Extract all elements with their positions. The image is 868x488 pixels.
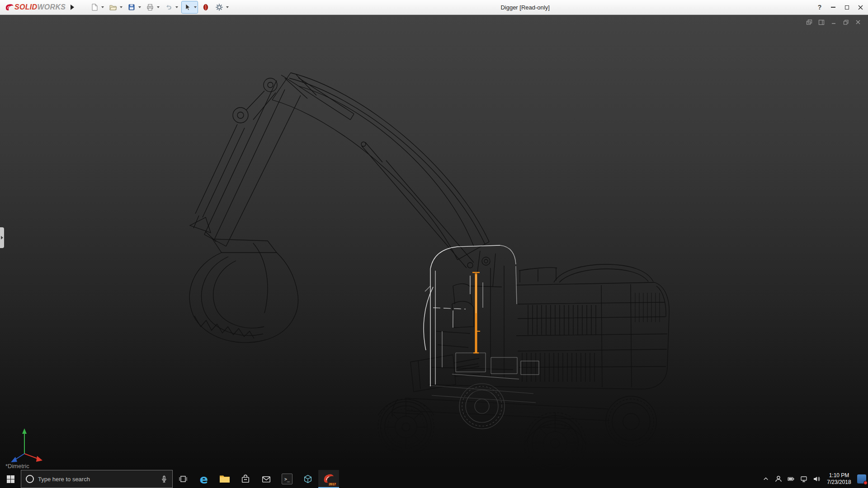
new-document-button[interactable] [89, 2, 100, 13]
close-button[interactable] [854, 0, 867, 14]
undercarriage[interactable] [378, 398, 609, 444]
taskbar-app-solidworks[interactable]: 2017 [318, 470, 339, 488]
help-button[interactable]: ? [813, 0, 826, 14]
wheel-rear-right[interactable] [606, 396, 656, 447]
appearances-button[interactable] [200, 2, 211, 13]
bucket[interactable] [189, 239, 298, 343]
menu-expand-arrow[interactable] [68, 2, 76, 13]
undo-dropdown[interactable] [174, 2, 179, 13]
restore-doc-button[interactable] [841, 18, 850, 26]
print-dropdown[interactable] [156, 2, 160, 13]
taskbar-app-store[interactable] [235, 470, 256, 488]
gear-icon [215, 3, 223, 11]
right-triangle-icon [71, 5, 74, 10]
options-dropdown[interactable] [225, 2, 230, 13]
tray-app-icon [857, 474, 866, 483]
wireframe-excavator-model[interactable] [0, 15, 868, 470]
store-icon [241, 474, 250, 484]
notification-badge [863, 481, 868, 485]
undo-button[interactable] [163, 2, 174, 13]
search-input[interactable] [38, 476, 156, 483]
options-button[interactable] [214, 2, 225, 13]
open-folder-icon [109, 3, 117, 11]
taskbar-clock[interactable]: 1:10 PM 7/23/2018 [823, 470, 855, 488]
graphics-viewport[interactable]: *Dimetric [0, 15, 868, 470]
wheel-front-left[interactable] [378, 399, 434, 455]
chevron-down-icon [138, 6, 141, 8]
solidworks-app-icon: 2017 [322, 472, 335, 486]
document-title: Digger [Read-only] [500, 4, 549, 11]
stick-arm[interactable] [190, 80, 301, 246]
quick-access-toolbar [89, 0, 230, 14]
upper-body[interactable] [410, 251, 669, 392]
minimize-doc-icon [831, 19, 836, 25]
cortana-icon [26, 475, 34, 483]
solidworks-window: SOLIDWORKS [0, 0, 868, 488]
toolbar-item-select [182, 1, 198, 13]
command-prompt-icon: >_ [282, 474, 292, 484]
solidworks-logo: SOLIDWORKS [0, 3, 68, 12]
appearance-icon [202, 3, 210, 11]
tray-user-icon[interactable] [772, 470, 785, 488]
minimize-button[interactable] [826, 0, 840, 14]
toolbar-item-open [108, 1, 123, 13]
taskbar-app-edge[interactable]: e [193, 470, 214, 488]
excavator-ghost-wireframe[interactable] [429, 384, 536, 429]
taskbar-app-file-explorer[interactable] [214, 470, 235, 488]
close-doc-icon [855, 19, 861, 25]
system-tray: 1:10 PM 7/23/2018 [760, 470, 868, 488]
view-orientation-label: *Dimetric [5, 463, 29, 469]
hidden-icons-chevron[interactable] [760, 470, 772, 488]
task-view-button[interactable] [173, 470, 193, 488]
toolbar-item-new [89, 1, 105, 13]
document-window-controls [805, 18, 863, 26]
window-controls: ? [813, 0, 867, 14]
save-button[interactable] [126, 2, 137, 13]
taskbar: e >_ [0, 470, 868, 488]
titlebar: SOLIDWORKS [0, 0, 868, 15]
microphone-icon[interactable] [160, 475, 168, 483]
print-button[interactable] [145, 2, 156, 13]
tray-volume-icon[interactable] [810, 470, 823, 488]
feature-panel-expand-tab[interactable] [0, 227, 4, 248]
battery-icon [788, 475, 795, 483]
taskbar-app-mail[interactable] [256, 470, 277, 488]
cab-interior[interactable] [432, 266, 513, 379]
orientation-triad[interactable] [7, 424, 45, 465]
clock-date: 7/23/2018 [823, 479, 855, 486]
taskbar-search-box[interactable] [21, 470, 173, 488]
float-window-button[interactable] [805, 18, 814, 26]
open-dropdown[interactable] [118, 2, 123, 13]
notification-tray-icon[interactable] [855, 470, 868, 488]
minimize-doc-button[interactable] [829, 18, 838, 26]
dock-window-button[interactable] [817, 18, 826, 26]
task-view-icon [179, 475, 188, 483]
select-dropdown[interactable] [193, 2, 198, 13]
taskbar-app-3d-viewer[interactable] [297, 470, 318, 488]
chevron-down-icon [120, 6, 123, 8]
new-document-dropdown[interactable] [100, 2, 105, 13]
mail-icon [261, 475, 271, 483]
taskbar-app-command-prompt[interactable]: >_ [277, 470, 297, 488]
close-doc-button[interactable] [854, 18, 863, 26]
user-icon [775, 475, 782, 483]
dock-window-icon [818, 19, 825, 25]
minimize-icon [831, 7, 835, 8]
new-document-icon [90, 3, 99, 11]
select-button[interactable] [182, 2, 193, 13]
maximize-button[interactable] [840, 0, 854, 14]
volume-icon [813, 475, 820, 483]
x-axis-arrow [36, 456, 42, 462]
excavator-dark-wireframe[interactable] [189, 73, 669, 470]
cursor-arrow-icon [183, 3, 191, 11]
tray-network-icon[interactable] [797, 470, 810, 488]
boom-arm[interactable] [233, 73, 489, 268]
toolbar-item-appearances [200, 1, 211, 13]
start-button[interactable] [0, 470, 21, 488]
wheel-front-right[interactable] [524, 413, 586, 470]
tray-battery-icon[interactable] [785, 470, 797, 488]
save-dropdown[interactable] [137, 2, 142, 13]
open-button[interactable] [108, 2, 118, 13]
chevron-down-icon [194, 6, 197, 8]
toolbar-item-options [214, 1, 230, 13]
